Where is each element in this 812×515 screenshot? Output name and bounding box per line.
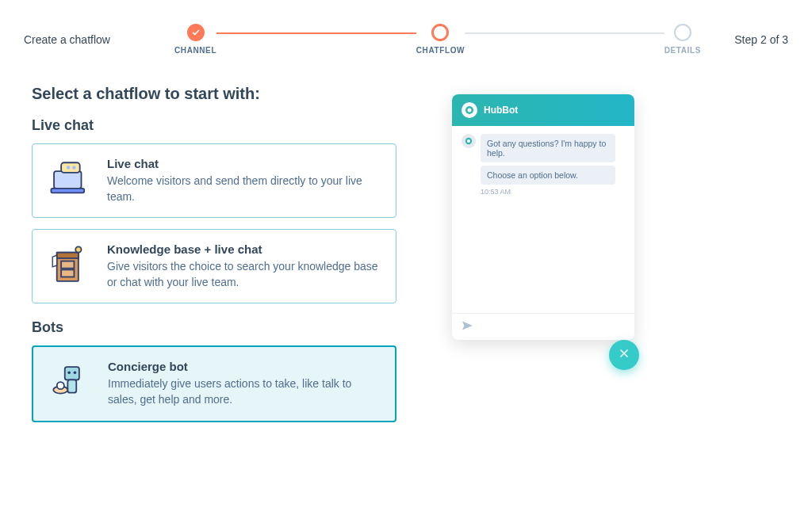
- svg-rect-10: [65, 367, 79, 380]
- chat-preview: HubBot Got any questions? I'm happy to h…: [452, 94, 634, 340]
- section-live-chat: Live chat Live chat Welcome visitors and…: [32, 117, 396, 303]
- svg-rect-7: [61, 261, 74, 269]
- svg-point-9: [75, 247, 81, 253]
- chat-preview-body: Got any questions? I'm happy to help. Ch…: [452, 126, 634, 313]
- step-counter: Step 2 of 3: [709, 33, 788, 46]
- card-title: Knowledge base + live chat: [107, 242, 381, 256]
- step-current-icon: [431, 24, 449, 41]
- bot-avatar-icon: [462, 102, 477, 118]
- main-heading: Select a chatflow to start with:: [32, 85, 396, 103]
- close-chat-button[interactable]: [609, 340, 639, 370]
- svg-rect-2: [61, 162, 80, 173]
- svg-point-4: [72, 166, 76, 170]
- svg-rect-1: [51, 189, 84, 193]
- card-desc: Welcome visitors and send them directly …: [107, 174, 381, 204]
- svg-rect-0: [54, 171, 81, 189]
- card-concierge-bot[interactable]: Concierge bot Immediately give users act…: [32, 345, 396, 422]
- chat-timestamp: 10:53 AM: [481, 188, 625, 196]
- laptop-chat-icon: [47, 157, 93, 203]
- svg-point-12: [74, 372, 77, 375]
- robot-concierge-icon: [48, 360, 94, 406]
- send-icon: [462, 320, 473, 334]
- card-desc: Immediately give users actions to take, …: [108, 376, 381, 407]
- bot-name: HubBot: [484, 105, 518, 116]
- stepper: CHANNEL CHATFLOW DETAILS: [167, 24, 709, 55]
- svg-point-17: [468, 109, 472, 113]
- cabinet-icon: [47, 242, 93, 288]
- step-channel[interactable]: CHANNEL: [174, 24, 216, 55]
- stepper-track-2: [449, 32, 687, 34]
- chat-preview-footer: [452, 313, 634, 340]
- svg-rect-13: [67, 380, 76, 393]
- step-label: CHANNEL: [174, 46, 216, 55]
- close-icon: [618, 347, 630, 364]
- section-title-live-chat: Live chat: [32, 117, 396, 134]
- section-title-bots: Bots: [32, 319, 396, 336]
- step-label: CHATFLOW: [416, 46, 465, 55]
- svg-point-11: [67, 372, 71, 375]
- svg-point-3: [67, 166, 71, 170]
- svg-point-15: [57, 382, 64, 389]
- svg-point-19: [467, 139, 470, 143]
- check-icon: [187, 24, 205, 41]
- section-bots: Bots Concierge bot Immediately give user…: [32, 319, 396, 422]
- step-upcoming-icon: [674, 24, 691, 41]
- step-chatflow[interactable]: CHATFLOW: [416, 24, 465, 55]
- chat-bubble: Choose an option below.: [481, 166, 615, 185]
- card-title: Concierge bot: [108, 360, 381, 373]
- card-knowledge-base[interactable]: Knowledge base + live chat Give visitors…: [32, 229, 396, 303]
- card-title: Live chat: [107, 157, 381, 170]
- card-live-chat[interactable]: Live chat Welcome visitors and send them…: [32, 143, 396, 218]
- card-desc: Give visitors the choice to search your …: [107, 259, 381, 290]
- svg-rect-6: [57, 253, 79, 258]
- chat-preview-header: HubBot: [452, 94, 634, 126]
- page-title: Create a chatflow: [24, 33, 167, 46]
- bot-avatar-small-icon: [462, 134, 476, 148]
- svg-rect-8: [61, 270, 74, 277]
- stepper-track-1: [189, 32, 427, 34]
- step-details[interactable]: DETAILS: [665, 24, 701, 55]
- wizard-header: Create a chatflow CHANNEL CHATFLOW DETAI…: [0, 0, 812, 63]
- chat-bubble: Got any questions? I'm happy to help.: [481, 134, 615, 162]
- step-label: DETAILS: [665, 46, 701, 55]
